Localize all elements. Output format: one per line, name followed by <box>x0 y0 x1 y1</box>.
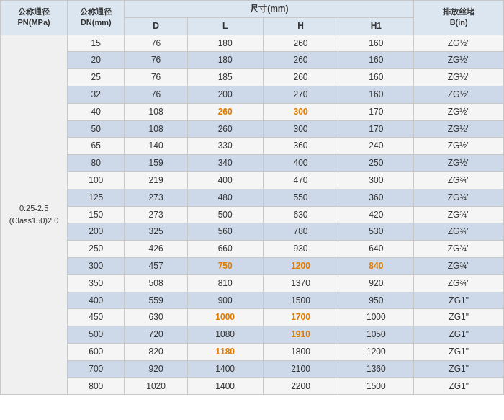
table-row: 40108260300170ZG½" <box>1 103 504 120</box>
h1-cell: 1050 <box>338 326 414 344</box>
h-cell: 2200 <box>263 377 338 395</box>
dn-cell: 15 <box>68 35 125 52</box>
h1-cell: 170 <box>338 120 414 138</box>
h-cell: 1700 <box>263 309 338 326</box>
d-cell: 920 <box>125 360 187 377</box>
header-b: 排放丝堵B(in) <box>414 1 504 35</box>
d-cell: 508 <box>125 274 187 292</box>
h-cell: 300 <box>263 120 338 138</box>
table-row: 3505088101370920ZG¾" <box>1 274 504 292</box>
d-cell: 559 <box>125 292 187 309</box>
h1-cell: 170 <box>338 103 414 120</box>
l-cell: 260 <box>187 120 263 138</box>
d-cell: 273 <box>125 189 187 206</box>
b-cell: ZG¾" <box>414 189 504 206</box>
dn-cell: 600 <box>68 343 125 360</box>
b-cell: ZG1" <box>414 360 504 377</box>
h-cell: 1910 <box>263 326 338 344</box>
table-row: 500720108019101050ZG1" <box>1 326 504 344</box>
b-cell: ZG1" <box>414 343 504 360</box>
table-row: 200325560780530ZG¾" <box>1 223 504 241</box>
l-cell: 260 <box>187 103 263 120</box>
l-cell: 900 <box>187 292 263 309</box>
l-cell: 480 <box>187 189 263 206</box>
h-cell: 630 <box>263 206 338 223</box>
header-row-top: 公称通径PN(MPa) 公称通径DN(mm) 尺寸(mm) 排放丝堵B(in) <box>1 1 504 18</box>
b-cell: ZG1" <box>414 326 504 344</box>
dn-cell: 700 <box>68 360 125 377</box>
b-cell: ZG½" <box>414 35 504 52</box>
table-row: 450630100017001000ZG1" <box>1 309 504 326</box>
dn-cell: 50 <box>68 120 125 138</box>
dn-cell: 350 <box>68 274 125 292</box>
l-cell: 400 <box>187 171 263 189</box>
d-cell: 140 <box>125 138 187 155</box>
table-row: 2576185260160ZG½" <box>1 69 504 86</box>
b-cell: ZG1" <box>414 377 504 395</box>
h1-cell: 640 <box>338 241 414 258</box>
header-h1: H1 <box>338 17 414 35</box>
dn-cell: 150 <box>68 206 125 223</box>
table-row: 65140330360240ZG½" <box>1 138 504 155</box>
h-cell: 1800 <box>263 343 338 360</box>
b-cell: ZG½" <box>414 69 504 86</box>
h1-cell: 1000 <box>338 309 414 326</box>
table-row: 125273480550360ZG¾" <box>1 189 504 206</box>
dn-cell: 125 <box>68 189 125 206</box>
h1-cell: 160 <box>338 52 414 69</box>
dn-cell: 32 <box>68 86 125 103</box>
b-cell: ZG¾" <box>414 223 504 241</box>
l-cell: 185 <box>187 69 263 86</box>
h1-cell: 950 <box>338 292 414 309</box>
b-cell: ZG½" <box>414 138 504 155</box>
l-cell: 340 <box>187 155 263 172</box>
header-pn: 公称通径PN(MPa) <box>1 1 68 35</box>
h1-cell: 300 <box>338 171 414 189</box>
b-cell: ZG½" <box>414 120 504 138</box>
h1-cell: 160 <box>338 35 414 52</box>
l-cell: 660 <box>187 241 263 258</box>
dn-cell: 100 <box>68 171 125 189</box>
d-cell: 108 <box>125 120 187 138</box>
h1-cell: 240 <box>338 138 414 155</box>
d-cell: 1020 <box>125 377 187 395</box>
table-row: 100219400470300ZG¾" <box>1 171 504 189</box>
h1-cell: 1200 <box>338 343 414 360</box>
b-cell: ZG¾" <box>414 241 504 258</box>
d-cell: 273 <box>125 206 187 223</box>
l-cell: 500 <box>187 206 263 223</box>
table-row: 50108260300170ZG½" <box>1 120 504 138</box>
b-cell: ZG¾" <box>414 171 504 189</box>
h-cell: 400 <box>263 155 338 172</box>
table-row: 150273500630420ZG¾" <box>1 206 504 223</box>
l-cell: 1400 <box>187 377 263 395</box>
header-l: L <box>187 17 263 35</box>
l-cell: 180 <box>187 52 263 69</box>
h-cell: 470 <box>263 171 338 189</box>
header-dn: 公称通径DN(mm) <box>68 1 125 35</box>
h1-cell: 1500 <box>338 377 414 395</box>
dn-cell: 25 <box>68 69 125 86</box>
table-row: 600820118018001200ZG1" <box>1 343 504 360</box>
dn-cell: 65 <box>68 138 125 155</box>
dn-cell: 300 <box>68 257 125 274</box>
d-cell: 108 <box>125 103 187 120</box>
h-cell: 1500 <box>263 292 338 309</box>
l-cell: 330 <box>187 138 263 155</box>
h1-cell: 160 <box>338 86 414 103</box>
l-cell: 750 <box>187 257 263 274</box>
b-cell: ZG¾" <box>414 206 504 223</box>
pn-cell: 0.25-2.5(Class150)2.0 <box>1 35 68 395</box>
h-cell: 550 <box>263 189 338 206</box>
header-dimensions: 尺寸(mm) <box>125 1 414 18</box>
d-cell: 720 <box>125 326 187 344</box>
h-cell: 1370 <box>263 274 338 292</box>
d-cell: 219 <box>125 171 187 189</box>
table-row: 250426660930640ZG¾" <box>1 241 504 258</box>
b-cell: ZG½" <box>414 103 504 120</box>
header-h: H <box>263 17 338 35</box>
l-cell: 560 <box>187 223 263 241</box>
d-cell: 159 <box>125 155 187 172</box>
header-d: D <box>125 17 187 35</box>
table-row: 3276200270160ZG½" <box>1 86 504 103</box>
